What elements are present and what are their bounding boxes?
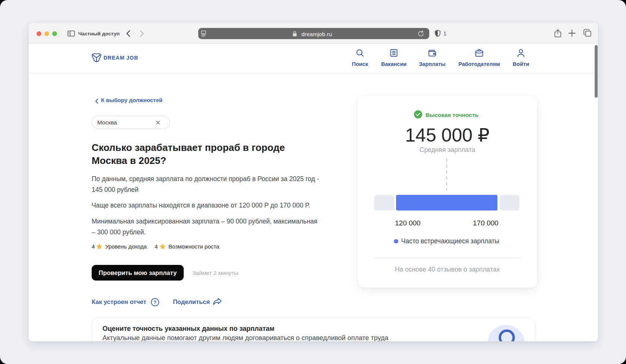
svg-text:?: ? xyxy=(154,299,156,305)
